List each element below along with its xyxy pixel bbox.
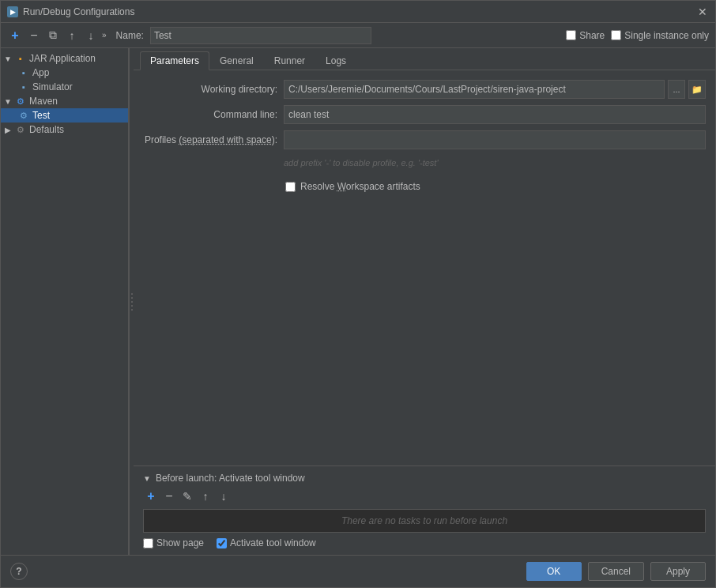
resize-handle[interactable] [129,48,134,555]
command-line-label: Command line: [143,109,277,120]
remove-configuration-button[interactable]: − [26,28,42,43]
name-label: Name: [116,30,144,41]
sidebar-item-defaults-label: Defaults [29,124,64,135]
before-launch-add-button[interactable]: + [143,488,159,504]
single-instance-label: Single instance only [624,30,709,41]
sidebar-item-jar-application[interactable]: ▼ ▪ JAR Application [1,51,128,66]
no-tasks-text: There are no tasks to run before launch [341,515,507,526]
before-launch-edit-button[interactable]: ✎ [179,488,195,504]
working-directory-row: Working directory: ... 📁 [143,80,706,99]
share-label: Share [579,30,605,41]
activate-tool-window-row: Activate tool window [217,537,316,548]
expand-defaults-icon: ▶ [4,126,12,134]
expand-jar-icon: ▼ [4,55,12,63]
working-directory-folder-button[interactable]: 📁 [688,80,706,99]
launch-options: Show page Activate tool window [143,537,706,548]
sidebar-item-jar-label: JAR Application [29,53,96,64]
single-instance-checkbox[interactable] [611,30,621,40]
simulator-icon: ▪ [18,81,29,92]
show-page-row: Show page [143,537,204,548]
before-launch-header: ▼ Before launch: Activate tool window [143,473,706,484]
resolve-label: Resolve Workspace artifacts [300,181,420,192]
working-directory-input[interactable] [284,80,665,99]
bottom-bar: ? OK Cancel Apply [1,555,715,587]
activate-tool-window-label: Activate tool window [230,537,316,548]
share-row: Share [566,30,605,41]
close-button[interactable]: ✕ [696,6,709,18]
working-directory-label: Working directory: [143,84,277,95]
show-page-label: Show page [156,537,204,548]
tab-general[interactable]: General [209,51,264,70]
profiles-hint-row: add prefix '-' to disable profile, e.g. … [143,156,706,175]
sidebar-item-maven-label: Maven [29,96,58,107]
before-launch-up-button[interactable]: ↑ [198,488,213,504]
action-buttons: OK Cancel Apply [526,562,706,581]
sidebar-item-simulator[interactable]: ▪ Simulator [1,80,128,94]
ok-button[interactable]: OK [526,562,582,581]
title-bar: ▶ Run/Debug Configurations ✕ [1,1,715,23]
tab-runner[interactable]: Runner [264,51,315,70]
window-title: Run/Debug Configurations [23,6,134,17]
before-launch-remove-button[interactable]: − [161,488,177,504]
sidebar-item-app-label: App [32,67,49,78]
working-directory-wrap: ... 📁 [284,80,706,99]
activate-tool-window-checkbox[interactable] [217,538,227,548]
more-button[interactable]: » [102,31,107,40]
profiles-hint-text: add prefix '-' to disable profile, e.g. … [284,156,706,175]
profiles-row: Profiles (separated with space): [143,130,706,149]
toolbar: + − ⧉ ↑ ↓ » Name: Share Single instance … [1,23,715,48]
sidebar-item-defaults[interactable]: ▶ ⚙ Defaults [1,122,128,137]
expand-maven-icon: ▼ [4,97,12,106]
help-button[interactable]: ? [10,563,28,580]
parameters-tab-content: Working directory: ... 📁 Command line: [134,70,715,466]
toolbar-right: Share Single instance only [566,30,709,41]
before-launch-list: There are no tasks to run before launch [143,509,706,533]
name-row: Name: [116,27,371,44]
main-panel: Parameters General Runner Logs Working d… [134,48,715,555]
before-launch-title: Before launch: Activate tool window [156,473,305,484]
single-instance-row: Single instance only [611,30,709,41]
move-up-button[interactable]: ↑ [64,28,80,43]
before-launch-down-button[interactable]: ↓ [216,488,232,504]
command-line-input[interactable] [284,105,706,124]
defaults-icon: ⚙ [15,124,26,135]
app-icon: ▪ [18,67,29,78]
title-bar-left: ▶ Run/Debug Configurations [7,6,134,17]
tab-logs[interactable]: Logs [315,51,356,70]
maven-icon: ⚙ [15,96,26,107]
resolve-checkbox[interactable] [285,182,296,192]
sidebar-item-app[interactable]: ▪ App [1,66,128,80]
tab-bar: Parameters General Runner Logs [134,48,715,70]
working-directory-browse-button[interactable]: ... [668,80,685,99]
cancel-button[interactable]: Cancel [588,562,644,581]
command-line-row: Command line: [143,105,706,124]
apply-button[interactable]: Apply [650,562,706,581]
before-launch-expand-icon[interactable]: ▼ [143,474,151,483]
profiles-wrap [284,130,706,149]
resize-dots [131,293,133,311]
sidebar-item-test[interactable]: ⚙ Test [1,108,128,122]
profiles-label: Profiles (separated with space): [143,134,277,145]
move-down-button[interactable]: ↓ [83,28,99,43]
command-line-wrap [284,105,706,124]
sidebar-item-maven[interactable]: ▼ ⚙ Maven [1,94,128,108]
jar-icon: ▪ [15,53,26,64]
show-page-checkbox[interactable] [143,538,153,548]
tab-parameters[interactable]: Parameters [140,51,209,70]
before-launch-toolbar: + − ✎ ↑ ↓ [143,488,706,504]
profiles-input[interactable] [284,130,706,149]
before-launch-section: ▼ Before launch: Activate tool window + … [134,466,715,555]
resolve-row: Resolve Workspace artifacts [143,181,706,192]
add-configuration-button[interactable]: + [7,28,23,43]
name-input[interactable] [150,27,371,44]
run-debug-configurations-window: ▶ Run/Debug Configurations ✕ + − ⧉ ↑ ↓ »… [0,0,716,588]
window-icon: ▶ [7,6,18,17]
sidebar-item-simulator-label: Simulator [32,81,73,92]
sidebar-item-test-label: Test [32,110,50,121]
content-area: ▼ ▪ JAR Application ▪ App ▪ Simulator ▼ … [1,48,715,555]
copy-configuration-button[interactable]: ⧉ [45,28,61,43]
configurations-tree: ▼ ▪ JAR Application ▪ App ▪ Simulator ▼ … [1,48,129,555]
test-gear-icon: ⚙ [18,110,29,121]
share-checkbox[interactable] [566,30,576,40]
